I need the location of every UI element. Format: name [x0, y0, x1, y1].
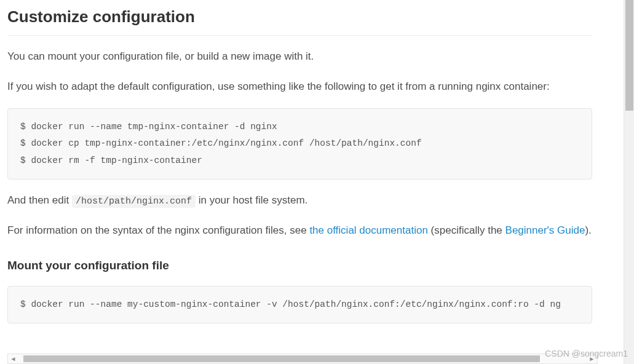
text-segment: For information on the syntax of the ngi…: [7, 224, 309, 236]
sub-heading-mount: Mount your configuration file: [7, 257, 592, 275]
scroll-left-arrow-icon[interactable]: ◄: [8, 354, 18, 363]
document-scroll-container[interactable]: Customize configuration You can mount yo…: [0, 0, 617, 364]
vertical-scrollbar[interactable]: [624, 0, 634, 364]
vertical-scroll-thumb[interactable]: [625, 0, 633, 111]
code-block-docker-run[interactable]: $ docker run --name my-custom-nginx-cont…: [7, 286, 592, 324]
link-official-documentation[interactable]: the official documentation: [309, 224, 427, 236]
paragraph-docs: For information on the syntax of the ngi…: [7, 222, 592, 240]
text-segment: ).: [585, 224, 591, 236]
document-content: Customize configuration You can mount yo…: [0, 5, 600, 323]
horizontal-scroll-thumb[interactable]: [23, 355, 540, 362]
paragraph-edit: And then edit /host/path/nginx.conf in y…: [7, 192, 592, 210]
paragraph-instructions: If you wish to adapt the default configu…: [7, 78, 592, 96]
paragraph-intro: You can mount your configuration file, o…: [7, 48, 592, 66]
page-heading: Customize configuration: [7, 5, 592, 36]
code-block-docker-copy[interactable]: $ docker run --name tmp-nginx-container …: [7, 108, 592, 180]
inline-code-path: /host/path/nginx.conf: [72, 195, 196, 208]
text-segment: And then edit: [7, 194, 72, 206]
scroll-right-arrow-icon[interactable]: ►: [587, 354, 597, 363]
link-beginners-guide[interactable]: Beginner's Guide: [505, 224, 585, 236]
text-segment: in your host file system.: [196, 194, 307, 206]
text-segment: (specifically the: [428, 224, 505, 236]
horizontal-scrollbar[interactable]: ◄ ►: [7, 354, 598, 364]
